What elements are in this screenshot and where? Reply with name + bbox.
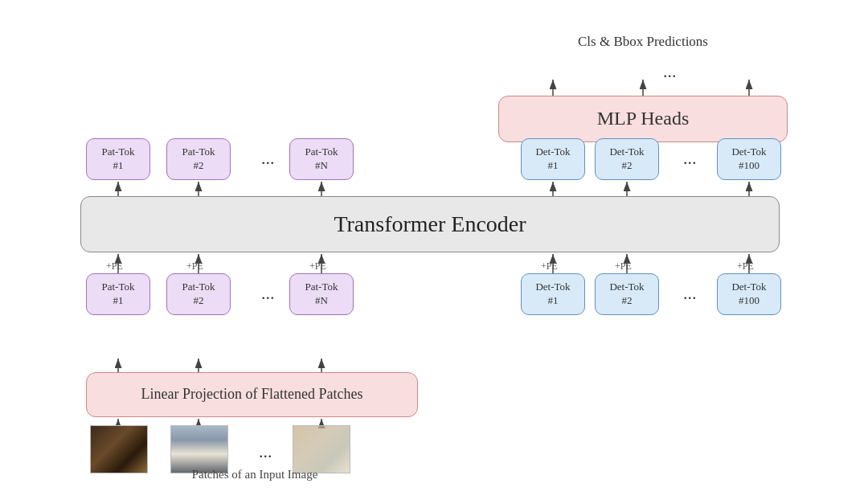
patch-image-n bbox=[293, 425, 350, 473]
pat-tok-bot-n: Pat-Tok#N bbox=[289, 273, 354, 315]
pat-tok-top-1: Pat-Tok#1 bbox=[86, 138, 150, 180]
det-tok-top-1: Det-Tok#1 bbox=[521, 138, 585, 180]
pe-det-100: +PE bbox=[737, 260, 754, 272]
mlp-ellipsis: ... bbox=[663, 61, 677, 82]
pe-pat-1: +PE bbox=[106, 260, 123, 272]
diagram: Cls & Bbox Predictions MLP Heads ... Det… bbox=[40, 19, 828, 486]
pat-tok-bot-ellipsis: ... bbox=[261, 283, 275, 304]
pat-tok-top-2: Pat-Tok#2 bbox=[166, 138, 231, 180]
det-tok-bot-2: Det-Tok#2 bbox=[595, 273, 659, 315]
linear-projection-label: Linear Projection of Flattened Patches bbox=[141, 386, 363, 403]
pe-det-2: +PE bbox=[615, 260, 632, 272]
mlp-heads-box: MLP Heads bbox=[498, 96, 788, 142]
det-tok-top-2: Det-Tok#2 bbox=[595, 138, 659, 180]
pat-tok-top-n: Pat-Tok#N bbox=[289, 138, 354, 180]
det-tok-top-100: Det-Tok#100 bbox=[717, 138, 781, 180]
patch-ellipsis: ... bbox=[259, 441, 272, 462]
pat-tok-bot-1: Pat-Tok#1 bbox=[86, 273, 150, 315]
transformer-encoder-label: Transformer Encoder bbox=[334, 211, 526, 237]
top-label: Cls & Bbox Predictions bbox=[498, 34, 788, 50]
det-tok-bot-ellipsis: ... bbox=[683, 283, 697, 304]
bottom-label: Patches of an Input Image bbox=[86, 468, 424, 481]
pe-pat-n: +PE bbox=[309, 260, 326, 272]
det-tok-bot-100: Det-Tok#100 bbox=[717, 273, 781, 315]
mlp-heads-label: MLP Heads bbox=[597, 108, 689, 129]
det-tok-bot-1: Det-Tok#1 bbox=[521, 273, 585, 315]
det-tok-top-ellipsis: ... bbox=[683, 148, 697, 169]
linear-projection-box: Linear Projection of Flattened Patches bbox=[86, 372, 418, 417]
patch-image-2 bbox=[170, 425, 228, 473]
pe-pat-2: +PE bbox=[186, 260, 203, 272]
patch-image-1 bbox=[90, 425, 148, 473]
pat-tok-top-ellipsis: ... bbox=[261, 148, 275, 169]
transformer-encoder-box: Transformer Encoder bbox=[80, 196, 780, 252]
pat-tok-bot-2: Pat-Tok#2 bbox=[166, 273, 231, 315]
pe-det-1: +PE bbox=[541, 260, 558, 272]
